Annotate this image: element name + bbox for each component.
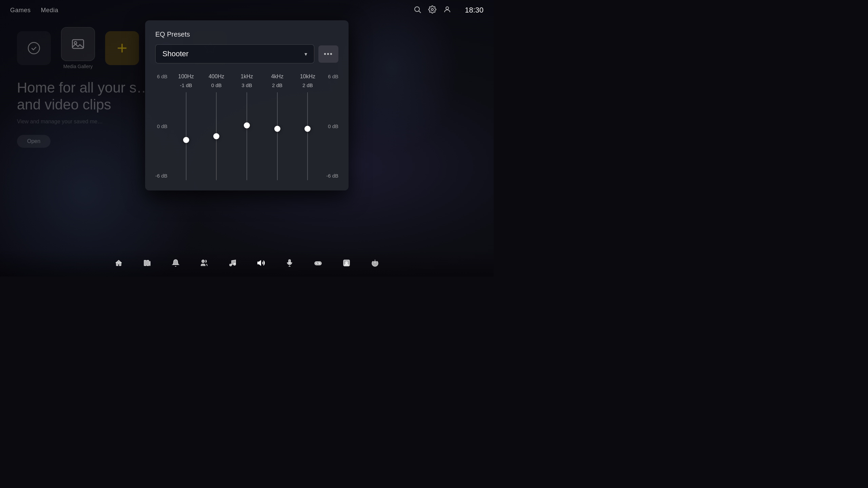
freq-400hz: 400Hz [203,74,230,80]
eq-modal: EQ Presets Shooter ▾ ••• 6 dB 0 dB -6 dB [145,20,349,190]
slider-100hz[interactable] [173,92,200,180]
eq-scale-left: 6 dB 0 dB -6 dB [155,74,171,179]
slider-4khz-thumb[interactable] [274,126,280,132]
slider-100hz-thumb[interactable] [183,137,189,143]
db-1khz: 3 dB [233,82,260,88]
eq-scale-left-top: 6 dB [155,74,167,79]
bottom-navigation [0,249,494,277]
dropdown-arrow-icon: ▾ [304,51,307,57]
slider-1khz[interactable] [233,92,260,180]
svg-marker-13 [258,261,261,265]
eq-scale-right: 6 dB 0 dB -6 dB [323,74,338,179]
freq-1khz: 1kHz [233,74,260,80]
svg-rect-7 [144,260,146,266]
eq-scale-right-top: 6 dB [326,74,338,79]
eq-scale-right-mid: 0 dB [326,123,338,129]
slider-10khz[interactable] [294,92,321,180]
eq-more-button[interactable]: ••• [318,45,338,63]
svg-rect-8 [147,260,149,266]
eq-sliders-grid: 100Hz 400Hz 1kHz 4kHz 10kHz -1 dB 0 dB 3… [171,74,323,180]
eq-preset-selected: Shooter [162,49,189,58]
svg-point-21 [319,263,320,264]
eq-slider-tracks [171,92,323,180]
slider-1khz-track [246,92,247,180]
db-4khz: 2 dB [264,82,291,88]
slider-4khz[interactable] [264,92,291,180]
slider-400hz-track [216,92,217,180]
eq-sliders-container: 6 dB 0 dB -6 dB 100Hz 400Hz 1kHz 4kHz 10… [155,74,338,180]
freq-4khz: 4kHz [264,74,291,80]
eq-scale-left-mid: 0 dB [155,123,167,129]
db-400hz: 0 dB [203,82,230,88]
nav-friends-icon[interactable] [197,256,212,270]
slider-400hz[interactable] [203,92,230,180]
nav-notifications-icon[interactable] [168,256,183,270]
db-100hz: -1 dB [173,82,200,88]
eq-preset-dropdown[interactable]: Shooter ▾ [155,44,314,63]
eq-scale-right-bot: -6 dB [326,173,338,179]
svg-point-10 [202,260,204,263]
eq-modal-title: EQ Presets [155,30,338,38]
svg-point-12 [234,263,236,265]
nav-home-icon[interactable] [111,256,126,270]
db-10khz: 2 dB [294,82,321,88]
nav-music-icon[interactable] [225,256,240,270]
nav-mic-icon[interactable] [282,256,297,270]
eq-db-values: -1 dB 0 dB 3 dB 2 dB 2 dB [171,82,323,88]
freq-10khz: 10kHz [294,74,321,80]
slider-100hz-track [186,92,186,180]
svg-rect-9 [150,261,150,266]
more-dots-icon: ••• [324,50,333,58]
nav-controller-icon[interactable] [311,256,326,270]
slider-400hz-thumb[interactable] [213,133,219,139]
slider-10khz-track [307,92,308,180]
nav-library-icon[interactable] [140,256,155,270]
slider-10khz-thumb[interactable] [304,126,311,132]
slider-1khz-thumb[interactable] [244,122,250,128]
slider-4khz-track [277,92,278,180]
freq-100hz: 100Hz [173,74,200,80]
nav-power-icon[interactable] [368,256,382,270]
nav-volume-icon[interactable] [254,256,269,270]
eq-dropdown-row: Shooter ▾ ••• [155,44,338,63]
svg-point-11 [230,264,232,266]
eq-scale-left-bot: -6 dB [155,173,167,179]
eq-freq-labels: 100Hz 400Hz 1kHz 4kHz 10kHz [171,74,323,80]
nav-avatar-icon[interactable] [339,256,354,270]
modal-overlay: EQ Presets Shooter ▾ ••• 6 dB 0 dB -6 dB [0,0,494,277]
